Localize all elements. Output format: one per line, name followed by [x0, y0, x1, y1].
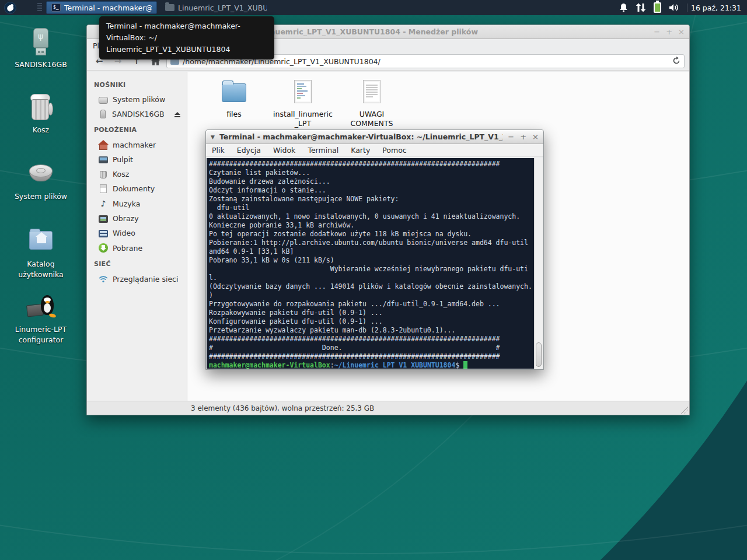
- image-icon: [99, 215, 108, 223]
- menu-edycja[interactable]: Edycja: [237, 146, 261, 155]
- desktop-icon-label: Kosz: [33, 125, 49, 135]
- battery-icon[interactable]: [654, 2, 661, 13]
- usb-drive-icon: [26, 27, 56, 57]
- file-item-install-linumeric-lpt[interactable]: install_linumeric_LPT: [271, 79, 334, 128]
- terminal-output[interactable]: ########################################…: [207, 158, 534, 369]
- sidebar-item-label: Wideo: [113, 229, 135, 237]
- panel-clock[interactable]: 16 paź, 21:31: [687, 4, 741, 12]
- terminal-titlebar[interactable]: ▼ Terminal - machmaker@machmaker-Virtual…: [206, 130, 543, 144]
- refresh-icon[interactable]: [672, 57, 680, 66]
- menu-pomoc[interactable]: Pomoc: [382, 146, 406, 155]
- trash-icon: [100, 171, 107, 178]
- sidebar-item-sandisk16gb[interactable]: SANDISK16GB: [87, 107, 187, 121]
- desktop-icon-label: Katalog użytkownika: [5, 259, 77, 280]
- music-note-icon: ♪: [99, 199, 108, 208]
- desktop-icon-label: Linumeric-LPT configurator: [5, 324, 77, 345]
- text-file-icon: [358, 79, 386, 107]
- sidebar-item-label: Przeglądanie sieci: [113, 275, 178, 284]
- sidebar-item-label: Obrazy: [113, 214, 139, 223]
- taskbar-tooltip: Terminal - machmaker@machmaker-VirtualBo…: [99, 16, 274, 60]
- terminal-icon: $_: [51, 4, 61, 12]
- file-name: files: [226, 110, 242, 119]
- sidebar-item-obrazy[interactable]: Obrazy: [87, 211, 187, 226]
- terminal-scrollbar[interactable]: [534, 158, 543, 369]
- sidebar-item-label: Muzyka: [113, 200, 140, 208]
- desktop-icon-system-plikow[interactable]: System plików: [5, 159, 77, 202]
- drive-icon: [99, 97, 108, 104]
- sidebar-item-machmaker[interactable]: machmaker: [87, 137, 187, 152]
- desktop-icon-katalog-uzytkownika[interactable]: Katalog użytkownika: [5, 226, 77, 280]
- desktop: SANDISK16GB Kosz System plików Katalog u…: [0, 0, 747, 560]
- script-file-icon: [289, 79, 317, 107]
- sidebar-item-pulpit[interactable]: Pulpit: [87, 152, 187, 167]
- maximize-button[interactable]: +: [520, 133, 526, 141]
- taskbar-button-label: Terminal - machmaker@mac...: [64, 4, 152, 12]
- sidebar-item-muzyka[interactable]: ♪ Muzyka: [87, 196, 187, 211]
- taskbar-button-label: Linuemric_LPT_V1_XUBUNT...: [178, 4, 267, 12]
- trash-icon: [26, 92, 56, 123]
- file-item-uwagi-comments[interactable]: UWAGI COMMENTS: [340, 79, 403, 128]
- menu-plik[interactable]: Plik: [212, 146, 225, 155]
- menu-widok[interactable]: Widok: [273, 146, 295, 155]
- status-text: 3 elementy (436 bajtów), wolna przestrze…: [191, 404, 374, 412]
- sidebar-item-label: Dokumenty: [113, 184, 155, 193]
- sidebar-item-system-plikow[interactable]: System plików: [87, 92, 187, 107]
- sidebar-item-wideo[interactable]: Wideo: [87, 226, 187, 240]
- file-name: UWAGI COMMENTS: [340, 110, 403, 128]
- maximize-button[interactable]: +: [666, 28, 672, 36]
- tooltip-line2: Linuemric_LPT_V1_XUBUNTU1804: [106, 44, 267, 55]
- video-icon: [99, 230, 108, 237]
- whisker-menu-button[interactable]: [0, 0, 20, 15]
- terminal-text: ########################################…: [209, 160, 532, 360]
- sidebar-item-label: System plików: [113, 95, 165, 104]
- sidebar-header-nosniki: NOŚNIKI: [87, 76, 187, 92]
- scrollbar-thumb[interactable]: [536, 342, 542, 367]
- prompt-path: ~/Linuemric_LPT_V1_XUBUNTU1804: [334, 361, 456, 369]
- eject-icon[interactable]: [174, 112, 181, 118]
- home-icon: [99, 140, 108, 149]
- hard-disk-icon: [26, 159, 56, 189]
- usb-icon: [100, 110, 106, 118]
- folder-icon: [220, 79, 248, 107]
- taskbar-button-file-manager[interactable]: Linuemric_LPT_V1_XUBUNT...: [160, 1, 271, 14]
- file-item-files[interactable]: files: [203, 79, 266, 119]
- download-icon: [99, 243, 108, 253]
- desktop-icon-sandisk16gb[interactable]: SANDISK16GB: [5, 27, 77, 70]
- sidebar-item-kosz[interactable]: Kosz: [87, 167, 187, 181]
- home-folder-icon: [26, 226, 56, 257]
- sidebar-item-label: SANDISK16GB: [112, 110, 165, 118]
- prompt-user: machmaker@machmaker-VirtualBox: [209, 361, 330, 369]
- sidebar-header-siec: SIEĆ: [87, 256, 187, 271]
- terminal-window-title: Terminal - machmaker@machmaker-VirtualBo…: [219, 132, 503, 141]
- close-button[interactable]: ×: [532, 133, 539, 141]
- prompt-dollar: $: [455, 361, 459, 369]
- tooltip-line1: Terminal - machmaker@machmaker-VirtualBo…: [106, 20, 267, 44]
- notifications-bell-icon[interactable]: [619, 3, 628, 12]
- terminal-window: ▼ Terminal - machmaker@machmaker-Virtual…: [205, 130, 544, 370]
- minimize-button[interactable]: −: [508, 133, 514, 141]
- volume-icon[interactable]: [669, 3, 679, 12]
- desktop-icon: [99, 156, 108, 163]
- file-name: install_linumeric_LPT: [271, 110, 334, 128]
- sidebar-item-label: Pobrane: [113, 244, 142, 253]
- whisker-menu-icon: [4, 2, 16, 14]
- document-icon: [100, 184, 107, 193]
- fm-sidebar: NOŚNIKI System plików SANDISK16GB POŁOŻE…: [87, 72, 187, 401]
- window-menu-icon[interactable]: ▼: [211, 134, 215, 140]
- menu-terminal[interactable]: Terminal: [308, 146, 338, 155]
- taskbar-button-terminal[interactable]: $_ Terminal - machmaker@mac...: [46, 1, 157, 14]
- sidebar-item-label: Kosz: [113, 170, 129, 178]
- close-button[interactable]: ×: [678, 28, 685, 36]
- desktop-icon-kosz[interactable]: Kosz: [5, 92, 77, 135]
- sidebar-item-przegladanie-sieci[interactable]: Przeglądanie sieci: [87, 271, 187, 286]
- sidebar-item-dokumenty[interactable]: Dokumenty: [87, 181, 187, 196]
- network-updown-icon[interactable]: [636, 3, 646, 12]
- panel-separator: [37, 3, 42, 12]
- resize-grip[interactable]: [681, 407, 688, 414]
- menu-karty[interactable]: Karty: [351, 146, 370, 155]
- tux-device-icon: [26, 292, 56, 322]
- desktop-icon-linumeric-lpt-configurator[interactable]: Linumeric-LPT configurator: [5, 292, 77, 345]
- sidebar-item-pobrane[interactable]: Pobrane: [87, 240, 187, 256]
- sidebar-item-label: Pulpit: [113, 155, 133, 164]
- minimize-button[interactable]: −: [654, 28, 660, 36]
